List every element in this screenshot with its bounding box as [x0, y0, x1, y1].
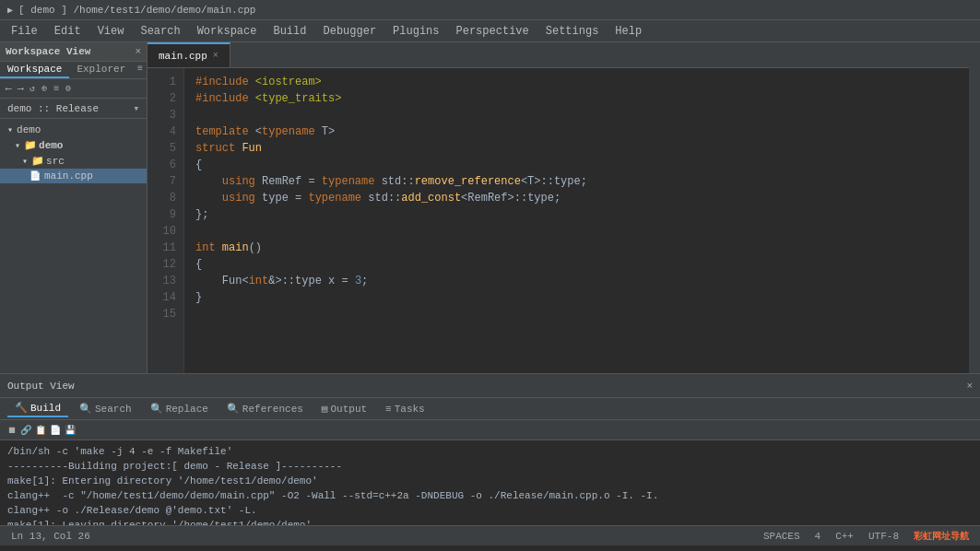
- menu-help[interactable]: Help: [608, 23, 649, 40]
- tree-item-src-folder[interactable]: ▾ 📁 src: [0, 153, 147, 169]
- output-toolbar: ⏹ 🔗 📋 📄 💾: [0, 420, 980, 440]
- title-bar: ▶ [ demo ] /home/test1/demo/demo/main.cp…: [0, 0, 980, 20]
- search-icon: 🔍: [79, 403, 92, 415]
- output-line: /bin/sh -c 'make -j 4 -e -f Makefile': [7, 444, 973, 459]
- tree-item-main-cpp[interactable]: 📄 main.cpp: [0, 169, 147, 183]
- output-view-title: Output View: [7, 381, 75, 392]
- output-line: clang++ -c "/home/test1/demo/demo/main.c…: [7, 488, 973, 503]
- output-tab-build[interactable]: 🔨 Build: [7, 400, 68, 417]
- tree-file-icon: 📄: [30, 170, 41, 182]
- file-tree: ▾ demo ▾ 📁 demo ▾ 📁 src 📄: [0, 119, 147, 373]
- explorer-menu-icon[interactable]: ≡: [134, 62, 147, 78]
- output-stop-btn[interactable]: ⏹: [7, 425, 17, 436]
- output-tab-output[interactable]: ▤ Output: [314, 401, 374, 416]
- main-layout: Workspace View × Workspace Explorer ≡ ⟵ …: [0, 42, 980, 525]
- code-editor[interactable]: 1 2 3 4 5 6 7 8 9 10 11 12 13 14 15 #inc…: [148, 68, 969, 373]
- status-position: Ln 13, Col 26: [11, 531, 90, 542]
- tree-item-demo-root[interactable]: ▾ demo: [0, 123, 147, 137]
- tree-folder-icon: 📁: [24, 139, 37, 151]
- output-file-btn[interactable]: 📄: [50, 425, 61, 436]
- output-tab-references[interactable]: 🔍 References: [219, 401, 311, 416]
- editor-tabs: main.cpp ×: [148, 42, 969, 68]
- workspace-close-button[interactable]: ×: [135, 46, 141, 57]
- menu-bar: File Edit View Search Workspace Build De…: [0, 20, 980, 42]
- project-name: demo :: Release: [7, 103, 99, 114]
- workspace-toolbar: ⟵ ⟶ ↺ ⊕ ≡ ⚙: [0, 79, 147, 99]
- status-encoding: UTF-8: [868, 531, 899, 542]
- tasks-icon: ≡: [385, 404, 392, 415]
- output-link-btn[interactable]: 🔗: [20, 425, 31, 436]
- output-line: clang++ -o ./Release/demo @'demo.txt' -L…: [7, 503, 973, 518]
- toolbar-refresh-btn[interactable]: ↺: [28, 82, 37, 95]
- middle-area: Workspace View × Workspace Explorer ≡ ⟵ …: [0, 42, 980, 373]
- output-tab-search[interactable]: 🔍 Search: [72, 401, 139, 416]
- references-icon: 🔍: [227, 403, 240, 415]
- tree-folder-expand-icon: ▾: [15, 140, 20, 151]
- output-copy-btn[interactable]: 📋: [35, 425, 46, 436]
- code-content[interactable]: #include <iostream> #include <type_trait…: [184, 68, 969, 373]
- toolbar-settings-btn[interactable]: ⚙: [64, 82, 73, 95]
- output-content: /bin/sh -c 'make -j 4 -e -f Makefile' --…: [0, 440, 980, 525]
- menu-file[interactable]: File: [4, 23, 45, 40]
- workspace-tab-workspace[interactable]: Workspace: [0, 62, 69, 78]
- menu-view[interactable]: View: [90, 23, 132, 40]
- project-dropdown[interactable]: demo :: Release ▾: [0, 99, 147, 119]
- tree-src-folder-icon: 📁: [31, 155, 44, 167]
- toolbar-list-btn[interactable]: ≡: [52, 83, 61, 95]
- status-tab-size: 4: [815, 531, 821, 542]
- menu-settings[interactable]: Settings: [538, 23, 607, 40]
- tree-folder-label: demo: [39, 140, 63, 151]
- workspace-view-title: Workspace View: [6, 46, 90, 57]
- menu-workspace[interactable]: Workspace: [190, 23, 265, 40]
- output-line: make[1]: Leaving directory '/home/test1/…: [7, 518, 973, 525]
- status-spaces: SPACES: [763, 531, 800, 542]
- output-close-button[interactable]: ×: [966, 381, 973, 392]
- tree-src-expand-icon: ▾: [22, 156, 28, 167]
- tree-label: demo: [17, 124, 41, 135]
- output-tab-replace[interactable]: 🔍 Replace: [143, 401, 216, 416]
- output-save-btn[interactable]: 💾: [65, 425, 76, 436]
- menu-build[interactable]: Build: [266, 23, 313, 40]
- status-bar: Ln 13, Col 26 SPACES 4 C++ UTF-8 彩虹网址导航: [0, 525, 980, 545]
- output-icon: ▤: [322, 403, 328, 415]
- title-text: [ demo ] /home/test1/demo/demo/main.cpp: [18, 5, 255, 16]
- editor-area: main.cpp × 1 2 3 4 5 6 7 8 9 10 11 12: [148, 42, 969, 373]
- menu-debugger[interactable]: Debugger: [315, 23, 384, 40]
- right-scrollbar[interactable]: [969, 42, 980, 373]
- menu-perspective[interactable]: Perspective: [449, 23, 537, 40]
- status-right: SPACES 4 C++ UTF-8 彩虹网址导航: [763, 530, 969, 543]
- tree-expand-icon: ▾: [7, 124, 13, 135]
- status-language: C++: [835, 531, 854, 542]
- output-line: ----------Building project:[ demo - Rele…: [7, 459, 973, 474]
- menu-edit[interactable]: Edit: [47, 23, 89, 40]
- editor-tab-label: main.cpp: [159, 51, 207, 62]
- title-icon: ▶: [7, 5, 13, 16]
- output-view: Output View × 🔨 Build 🔍 Search 🔍 Replace…: [0, 373, 980, 525]
- menu-search[interactable]: Search: [133, 23, 187, 40]
- toolbar-forward-btn[interactable]: ⟶: [16, 82, 25, 95]
- workspace-tab-explorer[interactable]: Explorer: [69, 62, 133, 78]
- replace-icon: 🔍: [150, 403, 163, 415]
- build-icon: 🔨: [15, 402, 28, 414]
- dropdown-arrow-icon: ▾: [133, 102, 139, 114]
- line-numbers: 1 2 3 4 5 6 7 8 9 10 11 12 13 14 15: [148, 68, 184, 373]
- toolbar-back-btn[interactable]: ⟵: [4, 82, 13, 95]
- output-tabs: 🔨 Build 🔍 Search 🔍 Replace 🔍 References …: [0, 398, 980, 420]
- watermark-text: 彩虹网址导航: [914, 530, 969, 543]
- toolbar-add-btn[interactable]: ⊕: [40, 82, 49, 95]
- output-line: make[1]: Entering directory '/home/test1…: [7, 474, 973, 488]
- tree-item-demo-folder[interactable]: ▾ 📁 demo: [0, 137, 147, 153]
- editor-tab-main-cpp[interactable]: main.cpp ×: [148, 42, 230, 67]
- workspace-header: Workspace View ×: [0, 42, 147, 62]
- tree-src-label: src: [46, 156, 65, 167]
- output-header: Output View ×: [0, 374, 980, 398]
- workspace-panel: Workspace View × Workspace Explorer ≡ ⟵ …: [0, 42, 148, 373]
- menu-plugins[interactable]: Plugins: [385, 23, 446, 40]
- tree-file-label: main.cpp: [44, 170, 93, 182]
- editor-tab-close-button[interactable]: ×: [213, 51, 218, 61]
- output-tab-tasks[interactable]: ≡ Tasks: [378, 402, 432, 416]
